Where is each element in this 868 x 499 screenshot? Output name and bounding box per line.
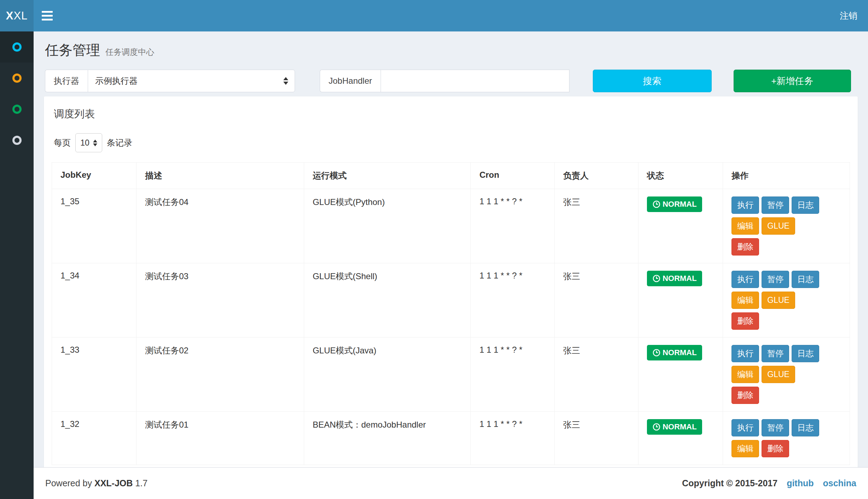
navbar-body: 注销 [34, 0, 868, 31]
cell-runmode: BEAN模式：demoJobHandler [304, 412, 471, 465]
cell-owner: 张三 [555, 189, 638, 263]
page-size-control: 每页 10 条记录 [44, 121, 858, 162]
execute-button[interactable]: 执行 [731, 345, 759, 362]
jobhandler-filter-group: JobHandler [320, 70, 569, 92]
col-description: 描述 [137, 163, 304, 189]
status-text: NORMAL [662, 422, 697, 432]
cell-status: NORMAL [638, 337, 723, 412]
cell-owner: 张三 [555, 412, 638, 465]
col-cron: Cron [471, 163, 555, 189]
action-buttons: 执行 暂停 日志 编辑 GLUE 删除 [731, 196, 821, 256]
cell-jobkey: 1_33 [52, 337, 137, 412]
sidebar-item-3[interactable] [0, 94, 34, 125]
menu-bar [42, 15, 53, 17]
col-actions: 操作 [723, 163, 850, 189]
delete-button[interactable]: 删除 [731, 312, 759, 330]
add-job-button[interactable]: +新增任务 [734, 70, 851, 92]
log-button[interactable]: 日志 [792, 345, 819, 362]
page-size-suffix: 条记录 [107, 137, 132, 148]
menu-bar [42, 11, 53, 13]
page-size-value: 10 [80, 138, 89, 148]
delete-button[interactable]: 删除 [731, 387, 759, 404]
execute-button[interactable]: 执行 [731, 419, 759, 436]
glue-button[interactable]: GLUE [762, 366, 795, 383]
cell-cron: 1 1 1 * * ? * [471, 412, 555, 465]
log-button[interactable]: 日志 [792, 419, 819, 436]
cell-actions: 执行 暂停 日志 编辑 GLUE 删除 [723, 263, 850, 337]
cell-owner: 张三 [555, 337, 638, 412]
glue-button[interactable]: GLUE [762, 292, 795, 309]
cell-description: 测试任务03 [137, 263, 304, 337]
content-header: 任务管理 任务调度中心 执行器 示例执行器 JobHandler 搜索 +新增任… [44, 31, 858, 92]
cell-jobkey: 1_35 [52, 189, 137, 263]
page-size-prefix: 每页 [54, 137, 71, 148]
delete-button[interactable]: 删除 [762, 440, 789, 457]
col-runmode: 运行模式 [304, 163, 471, 189]
table-row: 1_34 测试任务03 GLUE模式(Shell) 1 1 1 * * ? * … [52, 263, 850, 337]
edit-button[interactable]: 编辑 [731, 217, 759, 235]
circle-icon [12, 105, 22, 114]
executor-filter-group: 执行器 示例执行器 [45, 70, 295, 92]
github-link[interactable]: github [787, 478, 814, 488]
sidebar-item-2[interactable] [0, 63, 34, 94]
executor-selected-value: 示例执行器 [95, 75, 138, 87]
page-subtitle: 任务调度中心 [105, 47, 154, 58]
log-button[interactable]: 日志 [792, 271, 819, 288]
sidebar-item-4[interactable] [0, 125, 34, 156]
log-button[interactable]: 日志 [792, 196, 819, 214]
edit-button[interactable]: 编辑 [731, 440, 759, 457]
execute-button[interactable]: 执行 [731, 196, 759, 214]
execute-button[interactable]: 执行 [731, 271, 759, 288]
cell-runmode: GLUE模式(Python) [304, 189, 471, 263]
cell-cron: 1 1 1 * * ? * [471, 337, 555, 412]
status-text: NORMAL [662, 348, 697, 357]
menu-toggle-icon[interactable] [34, 0, 60, 31]
powered-by: Powered by XXL-JOB 1.7 [45, 478, 147, 488]
status-text: NORMAL [662, 200, 697, 209]
cell-jobkey: 1_32 [52, 412, 137, 465]
cell-description: 测试任务04 [137, 189, 304, 263]
menu-bar [42, 19, 53, 20]
pause-button[interactable]: 暂停 [762, 345, 789, 362]
select-caret-icon [93, 137, 97, 148]
search-button[interactable]: 搜索 [593, 70, 712, 92]
table-row: 1_35 测试任务04 GLUE模式(Python) 1 1 1 * * ? *… [52, 189, 850, 263]
schedule-list-panel: 调度列表 每页 10 条记录 JobKey 描述 运行模式 Cron 负责人 [44, 96, 858, 499]
cell-cron: 1 1 1 * * ? * [471, 263, 555, 337]
sidebar-item-1[interactable] [0, 31, 34, 63]
page-footer: Powered by XXL-JOB 1.7 Copyright © 2015-… [34, 467, 868, 499]
action-buttons: 执行 暂停 日志 编辑 GLUE 删除 [731, 345, 821, 404]
oschina-link[interactable]: oschina [823, 478, 856, 488]
logout-link[interactable]: 注销 [829, 0, 868, 31]
edit-button[interactable]: 编辑 [731, 292, 759, 309]
pause-button[interactable]: 暂停 [762, 419, 789, 436]
action-buttons: 执行 暂停 日志 编辑 GLUE 删除 [731, 271, 821, 330]
status-badge: NORMAL [647, 419, 702, 435]
cell-description: 测试任务02 [137, 337, 304, 412]
top-navbar: XXL 注销 [0, 0, 868, 31]
table-row: 1_33 测试任务02 GLUE模式(Java) 1 1 1 * * ? * 张… [52, 337, 850, 412]
status-badge: NORMAL [647, 271, 702, 286]
col-status: 状态 [638, 163, 723, 189]
circle-icon [12, 42, 22, 52]
product-version: 1.7 [135, 478, 147, 488]
panel-title: 调度列表 [44, 96, 858, 121]
status-badge: NORMAL [647, 196, 702, 212]
col-jobkey: JobKey [52, 163, 137, 189]
pause-button[interactable]: 暂停 [762, 271, 789, 288]
footer-right: Copyright © 2015-2017 github oschina [682, 478, 856, 488]
jobhandler-input[interactable] [381, 70, 569, 92]
clock-icon [652, 348, 661, 357]
executor-select[interactable]: 示例执行器 [88, 70, 295, 92]
delete-button[interactable]: 删除 [731, 238, 759, 256]
product-name: XXL-JOB [94, 478, 133, 488]
col-owner: 负责人 [555, 163, 638, 189]
pause-button[interactable]: 暂停 [762, 196, 789, 214]
logo-text: XL [13, 10, 28, 22]
logo-text-bold: X [6, 10, 14, 22]
page-title-text: 任务管理 [45, 41, 100, 59]
page-size-select[interactable]: 10 [75, 133, 102, 152]
glue-button[interactable]: GLUE [762, 217, 795, 235]
cell-jobkey: 1_34 [52, 263, 137, 337]
edit-button[interactable]: 编辑 [731, 366, 759, 383]
